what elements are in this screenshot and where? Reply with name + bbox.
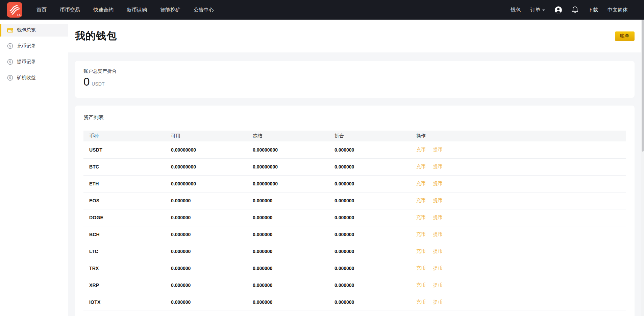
available-balance: 0.000000 — [165, 277, 247, 294]
asset-row-xrp: XRP0.0000000.0000000.000000充币提币 — [83, 277, 626, 294]
asset-actions: 充币提币 — [411, 175, 626, 192]
asset-actions: 充币提币 — [411, 277, 626, 294]
nav-item-announcements[interactable]: 公告中心 — [194, 7, 214, 13]
nav-orders-label: 订单 — [530, 7, 540, 13]
asset-actions: 充币提币 — [411, 243, 626, 260]
nav-item-home[interactable]: 首页 — [36, 7, 47, 13]
available-balance: 0.000000 — [165, 294, 247, 311]
total-assets-value: 0 — [83, 75, 90, 88]
nav-item-smart-mining[interactable]: 智能挖矿 — [160, 7, 180, 13]
top-navbar: LA 首页 币币交易 快速合约 新币认购 智能挖矿 公告中心 钱包 订单 — [0, 0, 644, 20]
asset-row-btc: BTC0.000000000.000000000.000000充币提币 — [83, 158, 626, 175]
available-balance: 0.000000 — [165, 209, 247, 226]
frozen-balance: 0.000000 — [247, 226, 329, 243]
svg-text:$: $ — [9, 60, 11, 64]
withdraw-link[interactable]: 提币 — [433, 147, 443, 152]
nav-download-link[interactable]: 下载 — [588, 7, 598, 13]
column-header-frozen: 冻结 — [247, 131, 329, 141]
total-assets-label: 账户总资产折合 — [83, 68, 626, 74]
frozen-balance: 0.000000 — [247, 277, 329, 294]
asset-row-iotx: IOTX0.0000000.0000000.000000充币提币 — [83, 294, 626, 311]
deposit-link[interactable]: 充币 — [416, 265, 426, 271]
bill-button[interactable]: 账单 — [615, 31, 635, 41]
coin-name: TRX — [83, 260, 165, 277]
withdraw-link[interactable]: 提币 — [433, 164, 443, 169]
available-balance: 0.000000 — [165, 226, 247, 243]
asset-row-ltc: LTC0.0000000.0000000.000000充币提币 — [83, 243, 626, 260]
deposit-link[interactable]: 充币 — [416, 198, 426, 203]
total-assets-currency: USDT — [92, 81, 104, 87]
vertical-scrollbar[interactable] — [641, 20, 644, 316]
user-avatar-button[interactable] — [554, 6, 562, 14]
withdraw-link[interactable]: 提币 — [433, 248, 443, 254]
withdraw-link[interactable]: 提币 — [433, 198, 443, 203]
deposit-link[interactable]: 充币 — [416, 282, 426, 288]
main-nav: 首页 币币交易 快速合约 新币认购 智能挖矿 公告中心 — [36, 7, 214, 13]
available-balance: 0.000000 — [165, 243, 247, 260]
converted-value: 0.000000 — [329, 158, 411, 175]
withdraw-link[interactable]: 提币 — [433, 215, 443, 220]
deposit-link[interactable]: 充币 — [416, 299, 426, 304]
asset-row-bch: BCH0.0000000.0000000.000000充币提币 — [83, 226, 626, 243]
asset-actions: 充币提币 — [411, 226, 626, 243]
withdraw-link[interactable]: 提币 — [433, 265, 443, 271]
column-header-actions: 操作 — [411, 131, 626, 141]
sidebar-item-miner-earnings[interactable]: $ 矿机收益 — [0, 71, 68, 84]
asset-list-card: 资产列表 币种 可用 冻结 折合 操作 USDT0.000000000.0000… — [75, 106, 635, 316]
sidebar-item-deposit-records[interactable]: $ 充币记录 — [0, 40, 68, 52]
sidebar-item-wallet-overview[interactable]: 钱包总览 — [0, 24, 68, 37]
asset-actions: 充币提币 — [411, 192, 626, 209]
withdraw-link[interactable]: 提币 — [433, 299, 443, 304]
svg-text:$: $ — [9, 44, 11, 48]
dollar-circle-icon: $ — [7, 59, 13, 65]
nav-wallet-link[interactable]: 钱包 — [511, 7, 521, 13]
available-balance: 0.00000000 — [165, 158, 247, 175]
notifications-button[interactable] — [572, 6, 578, 14]
frozen-balance: 0.000000 — [247, 192, 329, 209]
scrollbar-thumb[interactable] — [642, 20, 644, 152]
frozen-balance: 0.000000 — [247, 260, 329, 277]
chevron-down-icon — [542, 9, 545, 11]
bell-icon — [572, 6, 578, 14]
language-selector[interactable]: 中文简体 — [608, 7, 628, 13]
logo-text: LA — [17, 14, 21, 17]
deposit-link[interactable]: 充币 — [416, 248, 426, 254]
asset-list-title: 资产列表 — [83, 114, 626, 121]
nav-orders-dropdown[interactable]: 订单 — [530, 7, 545, 13]
frozen-balance: 0.000000 — [247, 209, 329, 226]
deposit-link[interactable]: 充币 — [416, 164, 426, 169]
asset-row-usdt: USDT0.000000000.000000000.000000充币提币 — [83, 141, 626, 158]
asset-table-header-row: 币种 可用 冻结 折合 操作 — [83, 131, 626, 141]
deposit-link[interactable]: 充币 — [416, 147, 426, 152]
frozen-balance: 0.00000000 — [247, 175, 329, 192]
coin-name: EOS — [83, 192, 165, 209]
withdraw-link[interactable]: 提币 — [433, 282, 443, 288]
converted-value: 0.000000 — [329, 209, 411, 226]
sidebar: 钱包总览 $ 充币记录 $ 提币记录 $ 矿机收益 — [0, 20, 68, 316]
sidebar-item-withdraw-records[interactable]: $ 提币记录 — [0, 55, 68, 68]
asset-row-eth: ETH0.000000000.000000000.000000充币提币 — [83, 175, 626, 192]
coin-name: XRP — [83, 277, 165, 294]
available-balance: 0.000000 — [165, 192, 247, 209]
deposit-link[interactable]: 充币 — [416, 231, 426, 237]
svg-text:$: $ — [9, 76, 11, 80]
asset-actions: 充币提币 — [411, 141, 626, 158]
nav-item-new-coin[interactable]: 新币认购 — [127, 7, 147, 13]
converted-value: 0.000000 — [329, 175, 411, 192]
withdraw-link[interactable]: 提币 — [433, 231, 443, 237]
deposit-link[interactable]: 充币 — [416, 215, 426, 220]
nav-item-quick-contract[interactable]: 快速合约 — [93, 7, 114, 13]
coin-name: LTC — [83, 243, 165, 260]
asset-actions: 充币提币 — [411, 209, 626, 226]
column-header-coin: 币种 — [83, 131, 165, 141]
converted-value: 0.000000 — [329, 243, 411, 260]
asset-row-trx: TRX0.0000000.0000000.000000充币提币 — [83, 260, 626, 277]
nav-item-spot-trade[interactable]: 币币交易 — [60, 7, 80, 13]
brand-logo[interactable]: LA — [7, 2, 22, 18]
available-balance: 0.00000000 — [165, 141, 247, 158]
asset-actions: 充币提币 — [411, 260, 626, 277]
column-header-converted: 折合 — [329, 131, 411, 141]
dollar-circle-icon: $ — [7, 75, 13, 81]
withdraw-link[interactable]: 提币 — [433, 181, 443, 186]
deposit-link[interactable]: 充币 — [416, 181, 426, 186]
